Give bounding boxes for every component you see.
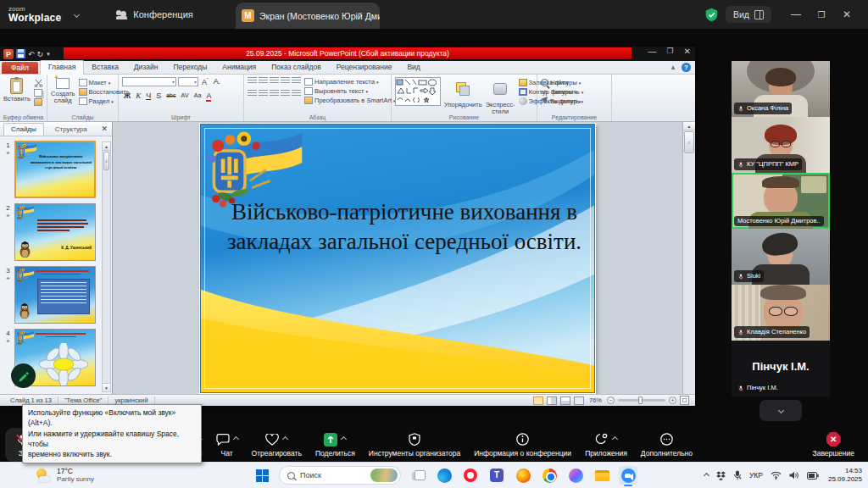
shapes-gallery[interactable] bbox=[395, 77, 441, 106]
panel-scroll-thumb[interactable]: ≡ bbox=[103, 152, 109, 170]
grow-font-button[interactable]: Аˆ bbox=[200, 77, 210, 86]
tray-overflow-chevron-icon[interactable] bbox=[704, 472, 709, 478]
change-case-button[interactable]: Аа bbox=[192, 92, 203, 98]
slide-thumbnail-1[interactable]: Військово-патріотичне виховання в заклад… bbox=[14, 141, 96, 198]
more-button[interactable]: Дополнительно bbox=[634, 428, 699, 462]
tab-insert[interactable]: Вставка bbox=[84, 61, 126, 74]
italic-button[interactable]: К bbox=[134, 92, 142, 100]
align-right-icon[interactable] bbox=[270, 90, 279, 97]
panel-tab-outline[interactable]: Структура bbox=[47, 123, 95, 136]
char-spacing-button[interactable]: АV bbox=[179, 92, 190, 98]
bold-button[interactable]: Ж bbox=[122, 92, 132, 100]
tab-animations[interactable]: Анимация bbox=[214, 61, 264, 74]
share-chevron-icon[interactable] bbox=[341, 436, 347, 442]
font-size-combo[interactable]: ▾ bbox=[178, 77, 198, 86]
convert-smartart-button[interactable]: Преобразовать в SmartArt▾ bbox=[304, 97, 396, 104]
slide-canvas[interactable]: Військово-патріотичне виховання в заклад… bbox=[113, 122, 682, 394]
window-close-button[interactable]: ✕ bbox=[834, 8, 860, 20]
decrease-indent-icon[interactable] bbox=[270, 77, 279, 85]
help-icon[interactable]: ? bbox=[682, 63, 691, 72]
redo-icon[interactable]: ↻ bbox=[37, 50, 44, 58]
slideshow-view-button[interactable] bbox=[574, 396, 584, 405]
reading-view-button[interactable] bbox=[560, 396, 570, 405]
undo-icon[interactable]: ↶ bbox=[28, 50, 35, 58]
search-daily-image[interactable] bbox=[370, 469, 398, 482]
start-button[interactable] bbox=[253, 466, 271, 485]
tab-design[interactable]: Дизайн bbox=[126, 61, 166, 74]
canvas-scrollbar[interactable]: ▲ ≡ bbox=[682, 122, 695, 394]
end-meeting-button[interactable]: ✕ Завершение bbox=[806, 428, 861, 462]
zoom-out-button[interactable]: − bbox=[607, 396, 615, 404]
battery-icon[interactable] bbox=[807, 472, 819, 480]
align-left-icon[interactable] bbox=[248, 90, 257, 97]
zoom-slider-thumb[interactable] bbox=[638, 396, 643, 404]
security-shield-icon[interactable] bbox=[704, 8, 719, 22]
dropbox-icon[interactable] bbox=[716, 471, 726, 480]
collapse-strip-button[interactable] bbox=[760, 400, 802, 421]
save-icon[interactable] bbox=[16, 49, 25, 58]
reactions-button[interactable]: Отреагировать bbox=[245, 428, 309, 462]
meeting-info-button[interactable]: Информация о конференции bbox=[467, 428, 578, 462]
cut-icon[interactable] bbox=[34, 79, 43, 87]
tab-home[interactable]: Главная bbox=[40, 60, 84, 75]
workspace-chevron-down-icon[interactable] bbox=[74, 11, 80, 17]
align-text-button[interactable]: Выровнять текст▾ bbox=[304, 87, 396, 95]
ppt-close-button[interactable]: ✕ bbox=[684, 47, 691, 56]
fit-to-window-button[interactable] bbox=[680, 396, 689, 405]
taskbar-app-edge[interactable] bbox=[435, 466, 453, 485]
line-spacing-icon[interactable] bbox=[292, 77, 301, 85]
host-tools-button[interactable]: Инструменты организатора bbox=[362, 428, 467, 462]
search-input[interactable]: Поиск bbox=[279, 466, 401, 485]
window-minimize-button[interactable]: — bbox=[783, 8, 809, 20]
apps-button[interactable]: Приложения bbox=[578, 428, 634, 462]
canvas-scroll-up-icon[interactable]: ▲ bbox=[683, 122, 695, 130]
minimize-ribbon-icon[interactable]: ▲ bbox=[670, 64, 676, 71]
arrange-button[interactable]: Упорядочить bbox=[444, 77, 482, 108]
tab-file[interactable]: Файл bbox=[2, 62, 38, 74]
numbering-icon[interactable] bbox=[259, 77, 268, 85]
zoom-slider[interactable] bbox=[618, 399, 665, 402]
apps-chevron-icon[interactable] bbox=[612, 436, 618, 442]
slide-title-text[interactable]: Військово-патріотичне виховання в заклад… bbox=[226, 197, 582, 257]
tab-review[interactable]: Рецензирование bbox=[329, 61, 400, 74]
window-maximize-button[interactable]: ❐ bbox=[809, 10, 834, 19]
chat-button[interactable]: Чат bbox=[209, 428, 245, 462]
quick-styles-button[interactable]: Экспресс-стили bbox=[486, 77, 515, 116]
participant-tile[interactable]: КУ "ЦПРПП" КМР bbox=[732, 117, 830, 173]
taskbar-app-explorer[interactable] bbox=[593, 466, 611, 485]
taskbar-app-chrome[interactable] bbox=[540, 466, 559, 485]
tab-view[interactable]: Вид bbox=[399, 61, 427, 74]
weather-widget[interactable]: 17°C Partly sunny bbox=[36, 467, 94, 485]
annotate-button[interactable] bbox=[11, 363, 36, 388]
new-slide-button[interactable]: Создать слайд bbox=[51, 77, 75, 105]
font-color-button[interactable]: А bbox=[204, 92, 213, 100]
participant-tile[interactable]: Оксана Філіна bbox=[732, 61, 830, 117]
task-view-button[interactable] bbox=[409, 466, 427, 485]
participant-tile[interactable]: Клавдія Степаненко bbox=[732, 285, 830, 341]
tab-slideshow[interactable]: Показ слайдов bbox=[264, 61, 329, 74]
bullets-icon[interactable] bbox=[248, 77, 257, 85]
clock[interactable]: 14:53 25.09.2025 bbox=[828, 467, 862, 485]
speaker-icon[interactable] bbox=[789, 471, 799, 480]
participant-tile-no-video[interactable]: Пінчук І.М. Пінчук І.М. bbox=[732, 341, 830, 396]
tab-screen-share[interactable]: M Экран (Мостовенко Юрій Дмит … bbox=[236, 3, 380, 29]
participant-tile[interactable]: Sluki bbox=[732, 229, 830, 285]
strikethrough-button[interactable]: abc bbox=[164, 92, 177, 98]
shadow-button[interactable]: S bbox=[154, 92, 163, 100]
taskbar-app-teams[interactable]: T bbox=[487, 466, 506, 485]
mic-in-use-icon[interactable] bbox=[733, 470, 742, 480]
panel-scroll-down-icon[interactable]: ▼ bbox=[103, 383, 110, 391]
tab-transitions[interactable]: Переходы bbox=[165, 61, 214, 74]
slide-sorter-view-button[interactable] bbox=[547, 396, 557, 405]
select-button[interactable]: Выделить▾ bbox=[541, 97, 583, 105]
columns-icon[interactable] bbox=[292, 90, 301, 97]
qat-customize-chevron-icon[interactable]: ▼ bbox=[46, 52, 51, 57]
taskbar-app-opera[interactable] bbox=[461, 466, 480, 485]
chat-chevron-icon[interactable] bbox=[233, 436, 239, 442]
normal-view-button[interactable] bbox=[533, 396, 543, 405]
justify-icon[interactable] bbox=[281, 90, 290, 97]
replace-button[interactable]: abЗаменить▾ bbox=[541, 88, 583, 96]
zoom-in-button[interactable]: + bbox=[669, 396, 676, 404]
reactions-chevron-icon[interactable] bbox=[282, 436, 288, 442]
font-name-combo[interactable]: ▾ bbox=[122, 77, 176, 86]
